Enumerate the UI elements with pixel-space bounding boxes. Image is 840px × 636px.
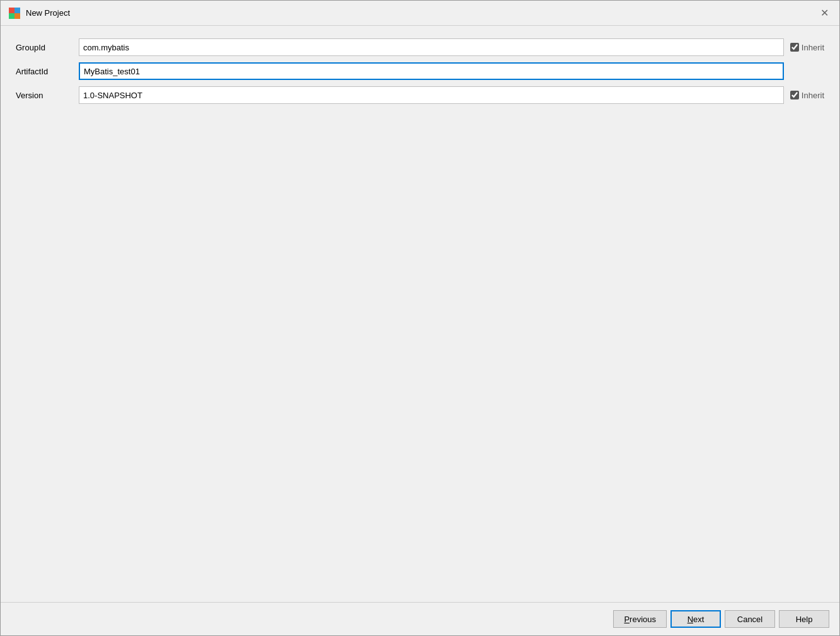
next-button[interactable]: Next: [670, 610, 721, 628]
close-button[interactable]: ✕: [817, 6, 832, 21]
title-bar: New Project ✕: [1, 1, 839, 26]
title-bar-left: New Project: [8, 7, 70, 20]
dialog-title: New Project: [26, 8, 70, 18]
artifactid-label: ArtifactId: [16, 67, 72, 76]
content-area: GroupId Inherit ArtifactId Version Inher…: [1, 26, 839, 602]
app-icon: [8, 7, 21, 20]
groupid-input[interactable]: [79, 38, 784, 56]
version-inherit-checkbox[interactable]: [790, 91, 799, 99]
cancel-button[interactable]: Cancel: [725, 610, 775, 628]
version-inherit-label: Inherit: [802, 91, 824, 100]
help-button[interactable]: Help: [779, 610, 829, 628]
svg-rect-3: [14, 13, 20, 19]
help-label: Help: [796, 615, 813, 624]
svg-rect-2: [9, 13, 14, 19]
version-label: Version: [16, 91, 72, 100]
form-grid: GroupId Inherit ArtifactId Version Inher…: [16, 38, 824, 104]
svg-rect-0: [9, 8, 14, 13]
groupid-label: GroupId: [16, 43, 72, 52]
groupid-inherit-label: Inherit: [802, 43, 824, 52]
previous-button[interactable]: Previous: [613, 610, 667, 628]
groupid-inherit-container: Inherit: [790, 43, 824, 52]
new-project-dialog: New Project ✕ GroupId Inherit ArtifactId…: [0, 0, 840, 636]
groupid-inherit-checkbox[interactable]: [790, 43, 799, 52]
svg-rect-1: [14, 8, 20, 13]
dialog-footer: Previous Next Cancel Help: [1, 602, 839, 635]
previous-underline-p: Previous: [624, 615, 656, 624]
next-underline-n: Next: [688, 615, 705, 624]
version-input[interactable]: [79, 86, 784, 104]
cancel-label: Cancel: [737, 615, 762, 624]
version-inherit-container: Inherit: [790, 91, 824, 100]
artifactid-input[interactable]: [79, 62, 784, 80]
